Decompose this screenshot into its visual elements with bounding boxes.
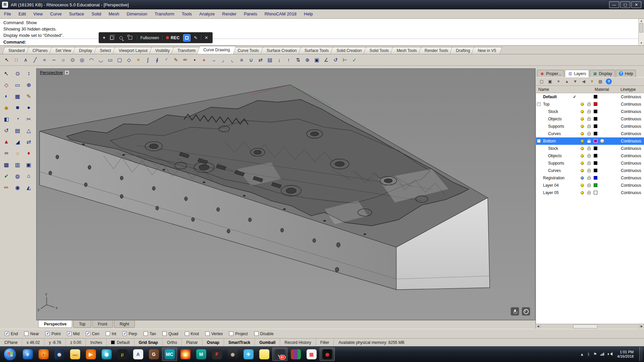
layer-tools-icon[interactable]: ▤: [597, 78, 603, 84]
status-cell[interactable]: SmartTrack: [224, 339, 255, 346]
layer-color-swatch[interactable]: [594, 124, 597, 128]
layer-row[interactable]: − Supports ✓ Continuous: [536, 123, 644, 130]
layer-linetype[interactable]: Continuous: [621, 93, 641, 101]
help-icon[interactable]: ?: [606, 78, 612, 84]
curve-boolean-icon[interactable]: ⊕: [303, 56, 312, 64]
check-tool-icon[interactable]: ✔: [1, 172, 11, 180]
layer-visibility-bulb-icon[interactable]: [581, 162, 584, 165]
scroll-thumb[interactable]: [639, 23, 643, 33]
layer-color-swatch[interactable]: [594, 146, 597, 150]
viewport-tab[interactable]: Right: [114, 320, 135, 328]
status-cell[interactable]: Osnap: [203, 339, 224, 346]
layer-linetype[interactable]: Continuous: [621, 174, 641, 182]
layer-linetype[interactable]: Continuous: [621, 182, 641, 189]
status-cell[interactable]: x 46.02: [22, 339, 44, 346]
toolbar-tab[interactable]: Set View: [50, 47, 76, 54]
toolbar-tab[interactable]: Transform: [172, 47, 201, 54]
mesh-tool-icon[interactable]: ▦: [12, 92, 22, 101]
scroll-right-icon[interactable]: ▶: [639, 324, 644, 329]
project-icon[interactable]: ↓: [275, 56, 283, 64]
viewport-tab[interactable]: Front: [92, 320, 113, 328]
circle-icon[interactable]: ○: [59, 56, 67, 64]
toolbar-tab[interactable]: Mesh Tools: [391, 47, 422, 54]
layer-linetype[interactable]: Continuous: [621, 152, 641, 160]
menu-item[interactable]: Curve: [50, 11, 62, 16]
rows-tool-icon[interactable]: ▥: [12, 160, 22, 169]
edit-points-icon[interactable]: ▣: [313, 56, 321, 64]
menu-item[interactable]: RhinoCAM 2018: [265, 11, 297, 16]
checkbox[interactable]: ✓: [229, 331, 233, 336]
osnap-toggle[interactable]: ✓ Int: [106, 331, 116, 336]
curve-icon[interactable]: ≈: [40, 56, 49, 64]
hatch-tool-icon[interactable]: ▩: [1, 160, 11, 169]
f365-icon[interactable]: F: [209, 348, 224, 361]
status-cell[interactable]: Record History: [280, 339, 316, 346]
layer-row[interactable]: − Layer 04 ✓ Continuous: [536, 182, 644, 189]
freeform-icon[interactable]: ∫: [144, 56, 152, 64]
layer-lock-icon[interactable]: [587, 133, 591, 135]
osnap-toggle[interactable]: ✓ Cen: [86, 331, 99, 336]
utorrent-icon[interactable]: µ: [115, 348, 130, 361]
osnap-toggle[interactable]: ✓ Disable: [254, 331, 274, 336]
toolbar-tab[interactable]: Surface Tools: [300, 47, 334, 54]
menu-item[interactable]: Analyze: [199, 11, 215, 16]
checkbox[interactable]: ✓: [106, 331, 110, 336]
osnap-toggle[interactable]: ✓ Project: [229, 331, 248, 336]
command-scrollbar[interactable]: ▲ ▼: [638, 19, 644, 45]
viewport-3d-scene[interactable]: z x y: [37, 69, 535, 320]
viewport-tab[interactable]: Top: [73, 320, 91, 328]
checkbox[interactable]: ✓: [254, 331, 259, 336]
shade-tool-icon[interactable]: ◐: [1, 92, 11, 101]
layer-visibility-bulb-icon[interactable]: [581, 117, 584, 121]
osnap-toggle[interactable]: ✓ Point: [45, 331, 60, 336]
menu-item[interactable]: Dimension: [127, 11, 147, 16]
layer-lock-icon[interactable]: [587, 118, 591, 121]
layer-material-icon[interactable]: [600, 139, 604, 143]
checkbox[interactable]: ✓: [5, 331, 9, 336]
osnap-toggle[interactable]: ✓ Perp: [122, 331, 137, 336]
status-cell[interactable]: Default: [107, 339, 134, 346]
quarter-tool-icon[interactable]: ◔: [12, 115, 22, 123]
volume-icon[interactable]: [608, 352, 612, 356]
network-icon[interactable]: [600, 353, 604, 356]
layer-color-swatch[interactable]: [594, 139, 597, 143]
osnap-toggle[interactable]: ✓ Tan: [144, 331, 156, 336]
menu-item[interactable]: Solid: [92, 11, 101, 16]
mic-icon[interactable]: [511, 307, 519, 316]
word-processor-icon[interactable]: A: [130, 348, 146, 361]
tab-display[interactable]: ▤ Display: [590, 70, 615, 77]
layer-visibility-bulb-icon[interactable]: [581, 191, 584, 194]
sphere-tool-icon[interactable]: ●: [24, 103, 34, 112]
pointer-tool-icon[interactable]: ↖: [3, 56, 11, 64]
layer-lock-icon[interactable]: [587, 148, 591, 150]
webcam-icon[interactable]: ◉: [99, 348, 114, 361]
kink-icon[interactable]: ∠: [322, 56, 330, 64]
osnap-toggle[interactable]: ✓ End: [5, 331, 18, 336]
layer-lock-icon[interactable]: [587, 170, 591, 172]
status-cell[interactable]: Ortho: [163, 339, 182, 346]
sphere-wire-tool-icon[interactable]: ◍: [12, 172, 22, 180]
osnap-toggle[interactable]: ✓ Mid: [67, 331, 79, 336]
gem-tool-icon[interactable]: ◆: [1, 103, 11, 112]
firefox-icon[interactable]: ◗: [36, 348, 51, 361]
scroll-up-icon[interactable]: ▲: [639, 19, 644, 22]
chamfer-icon[interactable]: ◟: [228, 56, 236, 64]
delete-layer-icon[interactable]: ×: [555, 78, 561, 84]
layer-lock-icon[interactable]: [587, 140, 591, 143]
discord-icon[interactable]: ◡ 9+: [272, 348, 287, 361]
helix-icon[interactable]: ∮: [153, 56, 161, 64]
start-button[interactable]: [4, 348, 16, 361]
layer-linetype[interactable]: Continuous: [621, 130, 641, 137]
status-cell[interactable]: Filter: [316, 339, 334, 346]
block-tool-icon[interactable]: ▣: [24, 160, 34, 169]
point-icon[interactable]: •: [191, 56, 199, 64]
tray-expand-icon[interactable]: ▲: [580, 352, 584, 356]
swap-tool-icon[interactable]: ⇄: [24, 137, 34, 146]
layer-visibility-bulb-icon[interactable]: [581, 132, 584, 135]
layer-color-swatch[interactable]: [594, 176, 597, 180]
toolbar-tab[interactable]: Curve Tools: [232, 47, 264, 54]
layer-row[interactable]: − Default ✓ Continuous: [536, 93, 644, 101]
minimize-button[interactable]: —: [609, 1, 619, 8]
diamond-tool-icon[interactable]: ♦: [24, 149, 34, 158]
pyramid-tool-icon[interactable]: ◭: [24, 183, 34, 192]
